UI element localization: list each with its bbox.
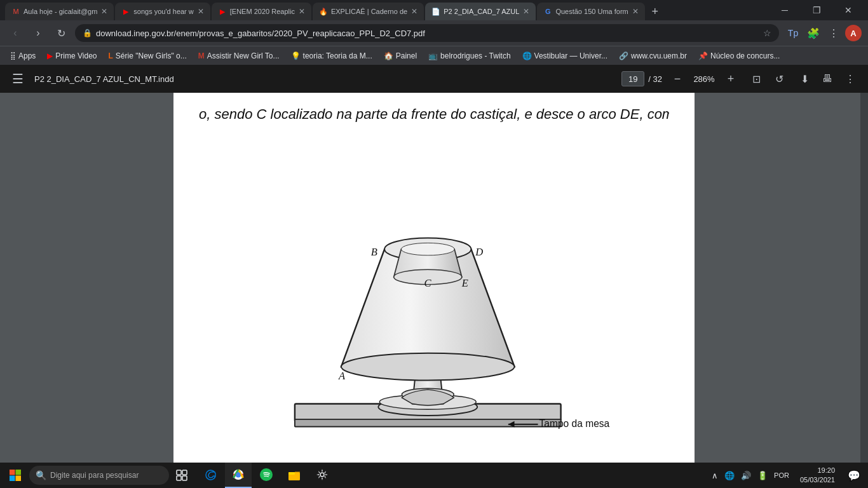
reload-button[interactable]: ↻ [52,24,70,42]
tab-close-2[interactable]: ✕ [198,7,204,16]
tab-close-6[interactable]: ✕ [632,7,639,16]
print-button[interactable]: 🖶 [817,69,837,89]
teoria-favicon: 💡 [291,51,301,60]
pdf-menu-button[interactable]: ☰ [8,69,28,89]
tab-close-3[interactable]: ✕ [299,7,305,16]
windows-logo-icon [9,469,22,482]
taskbar-edge-app[interactable] [197,463,224,488]
bookmark-twitch[interactable]: 📺 belrodrigues - Twitch [423,50,516,62]
url-text: download.inep.gov.br/enem/provas_e_gabar… [96,29,759,38]
bookmark-vestibular[interactable]: 🌐 Vestibular — Univer... [517,50,613,62]
tab-aula-hoje[interactable]: M Aula hoje - gicalait@gm ✕ [5,3,114,20]
tab-label-5: P2 2_DIA_CAD_7 AZUL [444,8,519,15]
language-indicator[interactable]: POR [772,470,791,480]
bookmark-apps[interactable]: ⣿ Apps [5,50,41,62]
address-bar[interactable]: 🔒 download.inep.gov.br/enem/provas_e_gab… [75,24,779,42]
title-bar: M Aula hoje - gicalait@gm ✕ ▶ songs you'… [0,0,868,20]
search-labs-icon[interactable]: Tp [784,24,802,42]
bookmark-prime[interactable]: ▶ Prime Video [42,50,102,62]
download-button[interactable]: ⬇ [794,69,815,89]
svg-rect-12 [16,470,22,475]
label-A: A [338,369,346,381]
maximize-button[interactable]: ❐ [802,0,831,20]
svg-rect-15 [177,470,181,475]
tab-songs[interactable]: ▶ songs you'd hear w ✕ [115,3,210,20]
bookmark-assistir-label: Assistir New Girl To... [207,51,280,60]
tab-questao[interactable]: G Questão 150 Uma form ✕ [537,3,644,20]
pdf-page: o, sendo C localizado na parte da frente… [173,93,695,463]
bookmark-painel[interactable]: 🏠 Painel [379,50,422,62]
tab-close-5[interactable]: ✕ [523,7,529,16]
settings-icon [315,468,329,482]
profile-button[interactable]: A [845,25,862,41]
new-tab-button[interactable]: + [646,3,664,20]
pdf-page-separator: / 32 [648,74,662,84]
volume-icon[interactable]: 🔊 [739,470,753,482]
svg-rect-1 [295,419,561,426]
main-content: o, sendo C localizado na parte da frente… [0,93,868,463]
tab-explicae[interactable]: 🔥 EXPLICAÊ | Caderno de ✕ [313,3,424,20]
close-button[interactable]: ✕ [834,0,863,20]
taskbar-clock[interactable]: 19:20 05/03/2021 [796,466,839,485]
zoom-out-button[interactable]: − [668,70,686,88]
tab-enem[interactable]: ▶ [ENEM 2020 Reaplic ✕ [212,3,311,20]
taskbar-system-tray: ∧ 🌐 🔊 🔋 POR 19:20 05/03/2021 💬 [710,465,864,485]
taskbar-pdf-app[interactable] [225,463,252,488]
notification-button[interactable]: 💬 [844,465,864,485]
pdf-right-controls: ⊡ ↺ ⬇ 🖶 ⋮ [746,69,860,89]
bookmark-star-icon[interactable]: ☆ [763,28,771,38]
cvu-favicon: 🔗 [619,51,628,60]
forward-button[interactable]: › [29,24,47,42]
network-icon[interactable]: 🌐 [722,470,736,482]
newgirls-favicon: L [109,51,113,60]
back-button[interactable]: ‹ [6,24,24,42]
bookmark-new-girls[interactable]: L Série "New Girls" o... [104,50,192,62]
taskbar-date: 05/03/2021 [800,475,835,485]
bookmark-nucleo[interactable]: 📌 Núcleo de concurs... [693,50,785,62]
battery-icon[interactable]: 🔋 [756,470,770,482]
fit-page-button[interactable]: ⊡ [746,69,766,89]
tab-close-4[interactable]: ✕ [411,7,417,16]
taskbar-search-icon: 🔍 [36,470,46,480]
taskbar-spotify-app[interactable] [253,463,280,488]
svg-point-21 [236,473,241,477]
svg-rect-13 [10,476,15,482]
more-options-icon[interactable]: ⋮ [825,24,843,42]
taskbar-explorer-app[interactable] [281,463,308,488]
lamp-illustration: B D D C E A Tampo da mesa [199,130,669,463]
more-pdf-options-button[interactable]: ⋮ [840,69,860,89]
extensions-icon[interactable]: 🧩 [804,24,822,42]
label-E: E [461,276,468,288]
task-view-button[interactable] [172,465,192,485]
pdf-title: P2 2_DIA_CAD_7 AZUL_CN_MT.indd [34,74,615,84]
taskbar-time: 19:20 [817,466,835,475]
painel-favicon: 🏠 [384,51,393,60]
zoom-in-button[interactable]: + [722,70,740,88]
twitch-favicon: 📺 [428,51,438,60]
vertical-scrollbar-thumb[interactable] [860,220,868,258]
tab-label-3: [ENEM 2020 Reaplic [230,8,295,15]
security-lock-icon: 🔒 [83,29,92,37]
tab-pdf-active[interactable]: 📄 P2 2_DIA_CAD_7 AZUL ✕ [425,3,536,20]
bookmark-assistir[interactable]: M Assistir New Girl To... [193,50,285,62]
lamp-svg: B D D C E A Tampo da mesa [199,130,669,463]
start-button[interactable] [4,464,27,487]
bookmark-nucleo-label: Núcleo de concurs... [710,51,780,60]
minimize-button[interactable]: ─ [770,0,799,20]
tab-favicon-6: G [543,7,552,16]
tab-favicon-2: ▶ [121,7,130,16]
taskbar-settings-app[interactable] [309,463,336,488]
window-controls: ─ ❐ ✕ [770,0,863,20]
chrome-icon [231,468,245,482]
bookmark-cvu[interactable]: 🔗 www.cvu.uem.br [614,50,692,62]
tab-close-1[interactable]: ✕ [101,7,107,16]
pdf-page-control: / 32 [621,71,662,86]
rotate-button[interactable]: ↺ [769,69,789,89]
label-C: C [424,276,431,288]
pdf-page-input[interactable] [621,71,644,86]
prime-favicon: ▶ [47,51,53,60]
bookmark-teoria[interactable]: 💡 teoria: Teoria da M... [286,50,377,62]
taskbar-search-box[interactable]: 🔍 Digite aqui para pesquisar [29,466,169,485]
chevron-up-icon[interactable]: ∧ [710,470,720,482]
tab-favicon-4: 🔥 [319,7,328,16]
